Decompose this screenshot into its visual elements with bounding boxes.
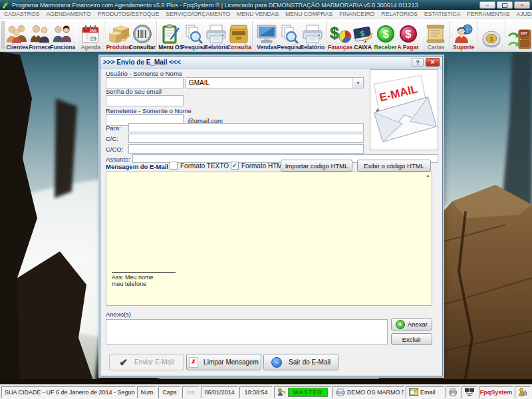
status-brand: FpqSystem [479, 386, 513, 398]
toolbar-button-cartas[interactable]: Cartas [424, 20, 447, 51]
para-label: Para: [106, 124, 121, 132]
date-text: 06/01/2014 [204, 389, 234, 396]
menu-menu-vendas[interactable]: MENU VENDAS [237, 11, 279, 17]
toolbar-label: Consultar [129, 44, 156, 51]
restore-button[interactable] [497, 1, 513, 9]
clients-people-icon [6, 24, 29, 44]
toolbar-label: Clientes [6, 44, 28, 51]
status-time: 10:38:54 [239, 386, 273, 398]
message-textarea[interactable]: ▲ Ass: Meu nome meu telefone [106, 172, 432, 306]
search-pages-icon [184, 24, 203, 44]
toolbar-label: Cartas [428, 44, 444, 51]
status-network[interactable] [462, 386, 477, 398]
menu-produtos-estoque[interactable]: PRODUTOS/ESTOQUE [98, 11, 160, 17]
email-icon [409, 388, 418, 396]
toolbar-button-financas[interactable]: $ Finanças [329, 20, 352, 51]
status-num-lock: Num [137, 386, 157, 398]
toolbar-label: Suporte [453, 44, 474, 51]
num-lock-text: Num [140, 389, 153, 396]
dialog-close-button[interactable]: × [426, 58, 440, 66]
excluir-button[interactable]: Excluir [391, 333, 432, 345]
menu-menu-compras[interactable]: MENU COMPRAS [285, 11, 332, 17]
cco-label: C/CO: [106, 146, 123, 153]
toolbar-button-pesquisa-vendas[interactable]: Pesquisa [278, 20, 301, 51]
cco-input[interactable] [128, 144, 364, 154]
master-user-badge: MASTER [288, 388, 328, 397]
toolbar-button-pesquisa-os[interactable]: Pesquisa [182, 20, 205, 51]
enviar-email-label: Enviar E-Mail [134, 358, 174, 366]
menu-estatistica[interactable]: ESTATISTICA [424, 11, 460, 17]
attachments-listbox[interactable] [106, 319, 388, 344]
menu-ajuda[interactable]: AJUDA [516, 11, 532, 17]
scroll-up-icon[interactable]: ▲ [426, 173, 430, 178]
menu-cadastros[interactable]: CADASTROS [4, 11, 39, 17]
toolbar-button-agenda[interactable]: JAN 29 Agenda [79, 20, 102, 51]
dialog-help-button[interactable]: ? [412, 58, 424, 66]
brand-text: FpqSystem [480, 389, 513, 396]
menu-relatorios[interactable]: RELATÓRIOS [381, 11, 418, 17]
toolbar-button-relatorio-vendas[interactable]: Relatório [301, 20, 324, 51]
toolbar-button-fornecedores[interactable]: Fornece [29, 20, 51, 51]
toolbar-button-sair[interactable]: EXIT [508, 20, 532, 51]
limpar-mensagem-button[interactable]: ✗ Limpar Mensagem [186, 354, 261, 370]
close-button[interactable]: × [514, 1, 530, 9]
importar-html-label: Importar codigo HTML [285, 162, 348, 170]
toolbar-button-moeda[interactable]: $ [480, 20, 503, 51]
toolbar-button-a-pagar[interactable]: $ A Pagar [397, 20, 420, 51]
email-envelope-graphic: E-MAIL [370, 70, 438, 150]
dollar-glyph: $ [489, 36, 493, 43]
envelope-image-panel: E-MAIL [370, 69, 438, 150]
cc-input[interactable] [128, 134, 364, 143]
toolbar-button-menu-os[interactable]: Menu OS [160, 20, 182, 51]
toolbar-button-receber[interactable]: $ Receber [374, 20, 397, 51]
exibir-html-button[interactable]: Exibir o código HTML [357, 160, 431, 172]
status-insert: Ins [182, 386, 200, 398]
anexar-button[interactable]: + Anexar [391, 318, 432, 331]
time-text: 10:38:54 [244, 389, 267, 396]
formato-texto-checkbox[interactable]: Formato TEXTO [170, 162, 229, 170]
toolbar-separator [326, 21, 327, 50]
toolbar-button-suporte[interactable]: Suporte [452, 20, 475, 51]
status-security[interactable] [515, 386, 531, 398]
status-date: 06/01/2014 [201, 386, 238, 398]
insert-text: Ins [187, 389, 195, 396]
provider-combobox[interactable]: GMAIL ▼ [186, 77, 364, 88]
support-agent-icon [453, 24, 474, 44]
anexar-label: Anexar [408, 321, 428, 328]
calendar-icon: JAN 29 [82, 25, 99, 44]
senha-input[interactable] [106, 95, 184, 106]
dialog-titlebar[interactable]: >>> Envio de E_Mail <<< ? × [100, 57, 442, 68]
menu-ferramentas[interactable]: FERRAMENTAS [467, 11, 509, 17]
menu-servico-orcamento[interactable]: SERVIÇO/ORÇAMENTO [166, 11, 230, 17]
toolbar-separator [76, 21, 78, 50]
toolbar-button-funcionarios[interactable]: Funciona [51, 20, 74, 51]
limpar-mensagem-label: Limpar Mensagem [203, 358, 259, 366]
printer-report-icon [302, 24, 323, 44]
toolbar-button-caixa[interactable]: $ CAIXA [352, 20, 374, 51]
sair-email-button[interactable]: → Sair do E-Mail [263, 354, 338, 370]
toolbar-label: Relatório [204, 44, 229, 51]
usuario-input[interactable] [106, 77, 184, 88]
status-caps-lock: Caps [158, 386, 181, 398]
assunto-label: Assunto: [106, 156, 130, 163]
toolbar-button-consulta-os[interactable]: Consulta [227, 20, 250, 51]
toolbar-button-clientes[interactable]: Clientes [6, 20, 29, 51]
employees-people-icon [52, 24, 73, 44]
file-drawer-icon [228, 24, 249, 44]
formato-html-checkbox[interactable]: ✓ Formato HTML [231, 162, 286, 170]
menu-agendamento[interactable]: AGENDAMENTO [46, 11, 90, 17]
para-input[interactable] [128, 123, 364, 132]
toolbar-button-vendas[interactable]: Vendas [255, 20, 278, 51]
toolbar-button-relatorio-os[interactable]: Relatório [205, 20, 227, 51]
toolbar-button-consultar-produto[interactable]: Consultar [130, 20, 154, 51]
user-key-icon [277, 388, 286, 396]
toolbar-button-produtos[interactable]: Produtos [107, 20, 130, 51]
importar-html-button[interactable]: Importar codigo HTML [281, 160, 352, 172]
minimize-button[interactable]: – [479, 1, 495, 9]
email-text: Email [420, 389, 436, 396]
menu-financeiro[interactable]: FINANCEIRO [339, 11, 374, 17]
suppliers-people-icon [29, 24, 51, 44]
status-printer[interactable] [446, 386, 460, 398]
enviar-email-button[interactable]: ✔ Enviar E-Mail [109, 354, 184, 370]
toolbar-label: Menu OS [158, 44, 183, 51]
